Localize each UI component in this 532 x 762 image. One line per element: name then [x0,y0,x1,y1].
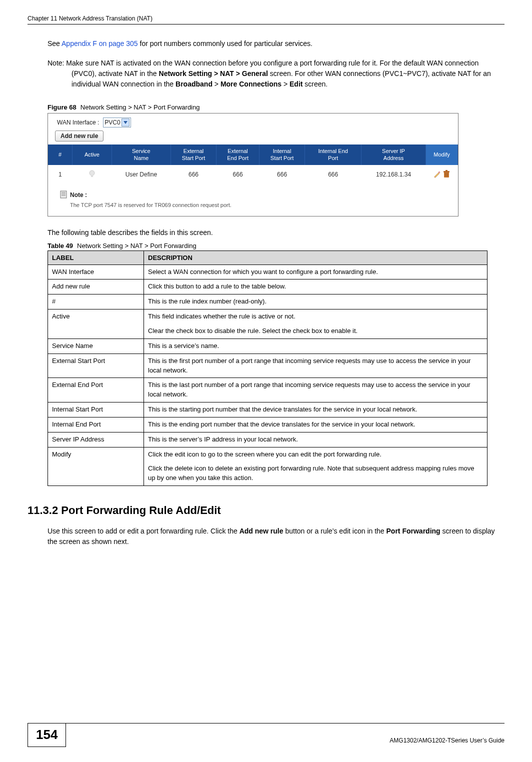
cell-label: WAN Interface [48,264,144,280]
svg-marker-0 [124,121,128,124]
screenshot-note: Note : The TCP port 7547 is reserved for… [48,184,458,216]
text: button or a rule’s edit icon in the [284,527,386,535]
add-new-rule-button[interactable]: Add new rule [55,130,104,142]
note-label: Note: [48,59,66,67]
svg-rect-2 [91,175,93,177]
intro-paragraph: See Appendix F on page 305 for port numb… [48,38,504,49]
svg-rect-13 [60,191,66,198]
cell-label: External Start Port [48,354,144,378]
page-footer: 154 AMG1302/AMG1202-TSeries User’s Guide [28,723,504,747]
table-row: Server IP AddressThis is the server’s IP… [48,432,488,447]
cell-modify [426,165,458,184]
table-title: Network Setting > NAT > Port Forwarding [77,242,196,250]
table-row: Internal End PortThis is the ending port… [48,417,488,432]
text: See [48,40,62,48]
cell-ext-start: 666 [170,165,216,184]
cell-int-end: 666 [305,165,362,184]
col-num: # [48,144,72,165]
text: Click the delete icon to delete an exist… [148,464,483,483]
text-bold: Add new rule [240,527,284,535]
table-row: ModifyClick the edit icon to go to the s… [48,447,488,486]
wan-interface-select[interactable]: PVC0 [103,118,130,128]
wan-interface-label: WAN Interface : [57,119,99,126]
cell-desc: This is the starting port number that th… [144,402,488,418]
cell-label: Add new rule [48,280,144,294]
col-ext-start: ExternalStart Port [170,144,216,165]
cell-int-start: 666 [259,165,305,184]
cell-desc: This is the server’s IP address in your … [144,432,488,447]
col-int-end: Internal EndPort [305,144,362,165]
cell-desc: This field indicates whether the rule is… [144,310,488,339]
cell-service: User Define [112,165,171,184]
appendix-link[interactable]: Appendix F on page 305 [62,40,138,48]
figure-title: Network Setting > NAT > Port Forwarding [80,104,200,111]
cell-server-ip: 192.168.1.34 [362,165,426,184]
col-modify: Modify [426,144,458,165]
text: > [282,80,290,88]
cell-desc: Click this button to add a rule to the t… [144,280,488,294]
text-bold: Edit [290,80,302,88]
text: Use this screen to add or edit a port fo… [48,527,240,535]
col-active: Active [72,144,112,165]
cell-desc: This is the last port number of a port r… [144,378,488,402]
header-label: LABEL [48,250,144,264]
bulb-off-icon [89,170,95,178]
text: This field indicates whether the rule is… [148,312,483,322]
cell-label: Modify [48,447,144,486]
cell-active[interactable] [72,165,112,184]
table-row: Add new ruleClick this button to add a r… [48,280,488,294]
cell-label: Server IP Address [48,432,144,447]
text-bold: Port Forwarding [386,527,440,535]
cell-label: Service Name [48,338,144,354]
description-table: LABEL DESCRIPTION WAN InterfaceSelect a … [48,250,488,486]
table-intro-text: The following table describes the fields… [48,228,504,238]
cell-label: Active [48,310,144,339]
delete-icon[interactable] [443,170,450,180]
text: Clear the check box to disable the rule.… [148,326,483,336]
running-head: Chapter 11 Network Address Translation (… [28,15,504,24]
text-bold: Broadband [176,80,212,88]
chevron-down-icon[interactable] [122,118,130,126]
text: Click the edit icon to go to the screen … [148,450,483,460]
table-row: WAN InterfaceSelect a WAN connection for… [48,264,488,280]
table-row: External Start PortThis is the first por… [48,354,488,378]
cell-num: 1 [48,165,72,184]
cell-desc: This is a service’s name. [144,338,488,354]
col-service-name: ServiceName [112,144,171,165]
text: > [212,80,220,88]
cell-ext-end: 666 [216,165,260,184]
text: screen. [302,80,328,88]
note-paragraph: Note: Make sure NAT is activated on the … [48,58,504,90]
svg-rect-8 [446,170,448,172]
port-forwarding-table: # Active ServiceName ExternalStart Port … [48,144,458,184]
figure-number: Figure 68 [48,104,76,111]
cell-desc: This is the rule index number (read-only… [144,294,488,310]
note-head-text: Note : [70,192,87,198]
table-caption: Table 49Network Setting > NAT > Port For… [48,242,504,250]
col-server-ip: Server IPAddress [362,144,426,165]
table-row: ActiveThis field indicates whether the r… [48,310,488,339]
cell-label: # [48,294,144,310]
cell-desc: Click the edit icon to go to the screen … [144,447,488,486]
cell-label: Internal Start Port [48,402,144,418]
text-bold: Network Setting > NAT > General [159,70,268,78]
cell-label: Internal End Port [48,417,144,432]
table-row: External End PortThis is the last port n… [48,378,488,402]
table-header-row: # Active ServiceName ExternalStart Port … [48,144,458,165]
text: for port numbers commonly used for parti… [138,40,312,48]
table-row: Internal Start PortThis is the starting … [48,402,488,418]
table-number: Table 49 [48,242,73,250]
edit-icon[interactable] [434,170,442,180]
table-row: #This is the rule index number (read-onl… [48,294,488,310]
wan-interface-value: PVC0 [104,119,120,126]
cell-desc: This is the ending port number that the … [144,417,488,432]
section-heading: 11.3.2 Port Forwarding Rule Add/Edit [28,504,504,517]
screenshot-port-forwarding: WAN Interface : PVC0 Add new rule # Acti… [48,113,458,216]
table-row: 1 User Define 666 666 666 666 192.168.1.… [48,165,458,184]
table-header-row: LABEL DESCRIPTION [48,250,488,264]
cell-desc: Select a WAN connection for which you wa… [144,264,488,280]
guide-name: AMG1302/AMG1202-TSeries User’s Guide [390,737,504,747]
note-icon [60,190,67,200]
col-ext-end: ExternalEnd Port [216,144,260,165]
cell-label: External End Port [48,378,144,402]
